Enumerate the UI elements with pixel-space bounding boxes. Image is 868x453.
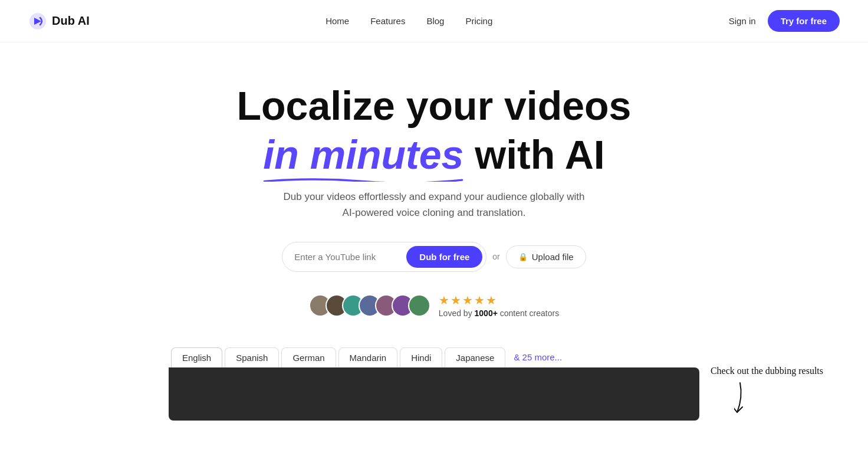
nav-blog[interactable]: Blog xyxy=(426,16,444,26)
star-1: ★ xyxy=(439,293,449,307)
or-separator: or xyxy=(492,252,499,261)
hero-accent-text: in minutes xyxy=(263,133,463,177)
nav-home[interactable]: Home xyxy=(326,16,349,26)
star-5: ★ xyxy=(486,293,497,307)
upload-file-button[interactable]: 🔒 Upload file xyxy=(506,245,586,268)
language-tabs: English Spanish German Mandarin Hindi Ja… xyxy=(169,347,699,367)
star-4: ★ xyxy=(474,293,485,307)
nav-links: Home Features Blog Pricing xyxy=(326,16,492,26)
tab-mandarin[interactable]: Mandarin xyxy=(338,347,398,367)
brand-name: Dub AI xyxy=(52,14,90,28)
tab-german[interactable]: German xyxy=(281,347,336,367)
youtube-input[interactable] xyxy=(294,252,406,262)
tab-english[interactable]: English xyxy=(171,347,222,367)
language-demo-area: English Spanish German Mandarin Hindi Ja… xyxy=(169,347,699,421)
proof-prefix: Loved by xyxy=(439,308,475,318)
nav-actions: Sign in Try for free xyxy=(729,10,840,32)
try-free-button[interactable]: Try for free xyxy=(768,10,840,32)
youtube-input-wrapper: Dub for free xyxy=(282,242,486,272)
check-out-text: Check out the dubbing results xyxy=(711,366,823,376)
hero-subtitle: Dub your videos effortlessly and expand … xyxy=(281,189,587,221)
hero-title-line1: Localize your videos xyxy=(237,84,632,128)
tab-spanish[interactable]: Spanish xyxy=(225,347,279,367)
avatar xyxy=(408,294,430,317)
star-2: ★ xyxy=(451,293,461,307)
proof-description: Loved by 1000+ content creators xyxy=(439,308,559,318)
logo-icon xyxy=(28,12,47,31)
tab-japanese[interactable]: Japanese xyxy=(445,347,505,367)
lock-icon: 🔒 xyxy=(518,252,528,261)
navbar: Dub AI Home Features Blog Pricing Sign i… xyxy=(0,0,868,42)
signin-link[interactable]: Sign in xyxy=(729,16,756,26)
hero-title-line2: in minutes with AI xyxy=(263,133,604,177)
dub-free-button[interactable]: Dub for free xyxy=(406,246,482,268)
logo-area: Dub AI xyxy=(28,12,90,31)
more-languages[interactable]: & 25 more... xyxy=(508,347,568,367)
upload-label: Upload file xyxy=(532,252,574,262)
hero-title-with-ai: with AI xyxy=(475,132,604,177)
check-out-arrow-icon xyxy=(734,380,781,415)
proof-text-area: ★ ★ ★ ★ ★ Loved by 1000+ content creator… xyxy=(439,293,559,318)
nav-pricing[interactable]: Pricing xyxy=(465,16,492,26)
social-proof: ★ ★ ★ ★ ★ Loved by 1000+ content creator… xyxy=(309,293,559,318)
avatar-group xyxy=(309,294,430,317)
video-preview xyxy=(169,367,699,421)
nav-features[interactable]: Features xyxy=(370,16,405,26)
star-rating: ★ ★ ★ ★ ★ xyxy=(439,293,497,307)
proof-count: 1000+ xyxy=(475,308,498,318)
hero-section: Localize your videos in minutes with AI … xyxy=(0,42,868,444)
language-section: English Spanish German Mandarin Hindi Ja… xyxy=(169,347,699,421)
cta-input-row: Dub for free or 🔒 Upload file xyxy=(282,242,586,272)
star-3: ★ xyxy=(462,293,473,307)
check-out-annotation: Check out the dubbing results xyxy=(711,365,823,432)
proof-suffix: content creators xyxy=(498,308,559,318)
tab-hindi[interactable]: Hindi xyxy=(400,347,442,367)
